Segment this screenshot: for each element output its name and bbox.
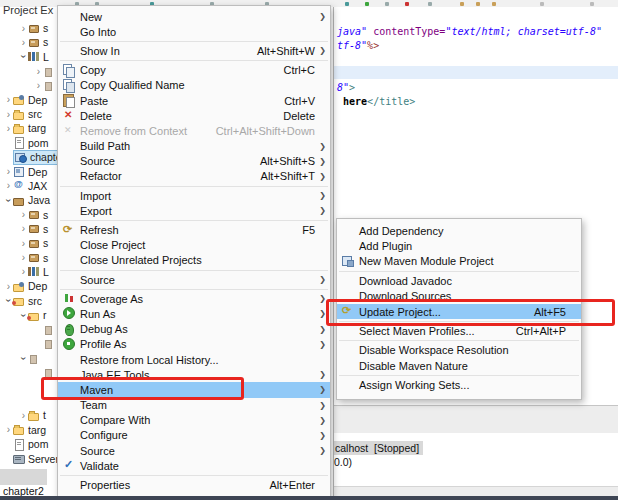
- menu-item-close-project[interactable]: Close Project: [58, 238, 330, 253]
- toolbar-icon-fragment[interactable]: [590, 2, 594, 6]
- toolbar-icon-fragment[interactable]: [476, 2, 480, 6]
- menu-item-refactor[interactable]: RefactorAlt+Shift+T❯: [58, 169, 330, 184]
- menu-item-remove-from-context[interactable]: Remove from ContextCtrl+Alt+Shift+Down: [58, 123, 330, 138]
- chevron-down-icon[interactable]: ›: [19, 354, 28, 363]
- menu-item-coverage-as[interactable]: Coverage As❯: [58, 291, 330, 306]
- menu-item-shortcut: Alt+Shift+T: [261, 170, 315, 182]
- toolbar-icon-fragment[interactable]: [492, 2, 496, 6]
- menu-item-compare-with[interactable]: Compare With❯: [58, 413, 330, 428]
- chevron-right-icon[interactable]: ›: [4, 95, 13, 104]
- menu-item-java-ee-tools[interactable]: Java EE Tools❯: [58, 367, 330, 382]
- chevron-right-icon[interactable]: ›: [4, 282, 13, 291]
- toolbar-icon-fragment[interactable]: [460, 2, 464, 6]
- code-segment: contentType=: [367, 26, 445, 37]
- menu-item-label: Select Maven Profiles...: [359, 325, 475, 337]
- chevron-right-icon[interactable]: ›: [19, 239, 28, 248]
- chevron-right-icon[interactable]: ›: [4, 181, 13, 190]
- chevron-right-icon[interactable]: ›: [19, 411, 28, 420]
- editor-code-line[interactable]: here</title>: [337, 96, 415, 107]
- refresh-icon: [62, 224, 76, 237]
- menu-item-debug-as[interactable]: Debug As❯: [58, 322, 330, 337]
- toolbar-icon-fragment[interactable]: [540, 2, 544, 6]
- toolbar-icon-fragment[interactable]: [365, 2, 369, 6]
- maven-menu-item-update-project[interactable]: Update Project...Alt+F5: [337, 304, 581, 319]
- menu-item-delete[interactable]: DeleteDelete: [58, 108, 330, 123]
- tree-item-label: L: [43, 51, 49, 63]
- maven-menu-item-download-sources[interactable]: Download Sources: [337, 289, 581, 304]
- chevron-right-icon[interactable]: ›: [19, 224, 28, 233]
- tree-item-label: L: [43, 266, 49, 278]
- maven-menu-item-download-javadoc[interactable]: Download Javadoc: [337, 273, 581, 288]
- maven-menu-item-add-dependency[interactable]: Add Dependency: [337, 223, 581, 238]
- server-entry-child[interactable]: 0.0): [334, 456, 352, 468]
- chevron-right-icon[interactable]: ›: [4, 167, 13, 176]
- menu-item-configure[interactable]: Configure❯: [58, 428, 330, 443]
- maven-menu-item-new-maven-module-project[interactable]: New Maven Module Project: [337, 254, 581, 269]
- menu-item-paste[interactable]: PasteCtrl+V: [58, 93, 330, 108]
- toolbar-icon-fragment[interactable]: [405, 2, 409, 6]
- tree-item-label: Dep: [28, 94, 47, 106]
- chevron-right-icon[interactable]: ›: [19, 210, 28, 219]
- maven-menu-item-assign-working-sets[interactable]: Assign Working Sets...: [337, 378, 581, 393]
- menu-item-maven[interactable]: Maven❯: [58, 382, 330, 397]
- menu-item-restore-from-local-history[interactable]: Restore from Local History...: [58, 352, 330, 367]
- code-segment: %>: [367, 40, 379, 51]
- menu-item-source[interactable]: SourceAlt+Shift+S❯: [58, 154, 330, 169]
- menu-item-label: Source: [80, 445, 115, 457]
- menu-item-validate[interactable]: Validate: [58, 458, 330, 473]
- menu-item-show-in[interactable]: Show InAlt+Shift+W❯: [58, 43, 330, 58]
- menu-item-copy[interactable]: CopyCtrl+C: [58, 63, 330, 78]
- menu-item-go-into[interactable]: Go Into: [58, 24, 330, 39]
- menu-item-export[interactable]: Export❯: [58, 203, 330, 218]
- toolbar-icon-fragment[interactable]: [345, 2, 349, 6]
- chevron-right-icon[interactable]: ›: [19, 253, 28, 262]
- editor-code-line[interactable]: tf-8"%>: [337, 40, 379, 51]
- editor-code-line[interactable]: java" contentType="text/html; charset=ut…: [337, 26, 602, 37]
- toolbar-icon-fragment[interactable]: [428, 2, 432, 6]
- chevron-down-icon[interactable]: ›: [19, 52, 28, 61]
- package-icon: [28, 238, 40, 249]
- menu-item-profile-as[interactable]: Profile As❯: [58, 337, 330, 352]
- fragment-icon: [43, 324, 55, 335]
- menu-item-shortcut: Alt+F5: [534, 306, 566, 318]
- menu-item-source[interactable]: Source❯: [58, 272, 330, 287]
- chevron-right-icon[interactable]: ›: [19, 38, 28, 47]
- menu-item-run-as[interactable]: Run As❯: [58, 306, 330, 321]
- tree-item-label: s: [43, 223, 48, 235]
- menu-item-import[interactable]: Import❯: [58, 188, 330, 203]
- chevron-right-icon[interactable]: ›: [19, 267, 28, 276]
- toolbar-icon-fragment[interactable]: [385, 2, 389, 6]
- menu-item-team[interactable]: Team❯: [58, 398, 330, 413]
- menu-icon-spacer: [62, 189, 76, 202]
- chevron-right-icon[interactable]: ›: [4, 110, 13, 119]
- menu-separator: [60, 60, 328, 61]
- menu-item-label: Coverage As: [80, 293, 143, 305]
- chevron-down-icon[interactable]: ›: [4, 196, 13, 205]
- menu-item-source[interactable]: Source❯: [58, 443, 330, 458]
- chevron-right-icon[interactable]: ›: [4, 425, 13, 434]
- menu-item-shortcut: F5: [302, 224, 315, 236]
- submenu-arrow-icon: ❯: [315, 340, 326, 349]
- menu-item-refresh[interactable]: RefreshF5: [58, 222, 330, 237]
- maven-menu-item-select-maven-profiles[interactable]: Select Maven Profiles...Ctrl+Alt+P: [337, 323, 581, 338]
- menu-item-build-path[interactable]: Build Path❯: [58, 139, 330, 154]
- editor-code-line[interactable]: 8">: [337, 82, 355, 93]
- chevron-right-icon[interactable]: ›: [4, 124, 13, 133]
- copy-qualified-icon: [62, 79, 76, 92]
- menu-item-properties[interactable]: PropertiesAlt+Enter: [58, 477, 330, 492]
- chevron-right-icon[interactable]: ›: [34, 81, 43, 90]
- menu-item-copy-qualified-name[interactable]: Copy Qualified Name: [58, 78, 330, 93]
- delete-icon: [62, 109, 76, 122]
- maven-menu-item-add-plugin[interactable]: Add Plugin: [337, 238, 581, 253]
- maven-menu-item-disable-workspace-resolution[interactable]: Disable Workspace Resolution: [337, 343, 581, 358]
- menu-item-new[interactable]: New❯: [58, 9, 330, 24]
- maven-module-icon: [341, 255, 355, 268]
- maven-menu-item-disable-maven-nature[interactable]: Disable Maven Nature: [337, 358, 581, 373]
- menu-separator: [339, 321, 579, 322]
- chevron-right-icon[interactable]: ›: [19, 24, 28, 33]
- deployment-folder-icon: [13, 281, 25, 292]
- chevron-right-icon[interactable]: ›: [34, 67, 43, 76]
- server-entry-selected[interactable]: calhost [Stopped]: [334, 441, 423, 455]
- menu-icon-spacer: [62, 414, 76, 427]
- menu-item-close-unrelated-projects[interactable]: Close Unrelated Projects: [58, 253, 330, 268]
